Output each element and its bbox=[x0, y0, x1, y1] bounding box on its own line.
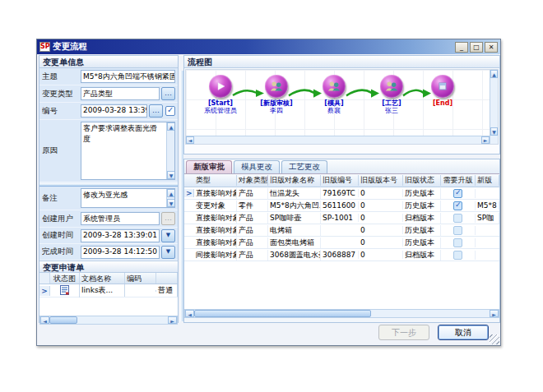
old-name-cell: 恒温龙头 bbox=[268, 188, 321, 199]
column-code[interactable]: 编码 bbox=[125, 273, 156, 284]
obj-type-cell: 产品 bbox=[237, 225, 268, 236]
needs-upgrade-checkbox[interactable] bbox=[453, 238, 462, 247]
people-node-icon[interactable] bbox=[380, 75, 403, 98]
scroll-right-icon[interactable]: ► bbox=[168, 316, 177, 324]
column-doc-name[interactable]: 文档名称 bbox=[80, 273, 125, 284]
table-row[interactable]: 直接影响对象 产品 SP咖啡壶 SP-1001 0 归档版本 SP咖 bbox=[184, 212, 499, 224]
column-type[interactable]: 类型 bbox=[194, 175, 237, 186]
resize-grip[interactable] bbox=[490, 334, 499, 344]
needs-upgrade-checkbox[interactable] bbox=[453, 201, 462, 210]
table-row[interactable]: 直接影响对象 产品 电烤箱 0 历史版本 bbox=[184, 224, 499, 237]
flow-chart-area[interactable]: [Start] 系统管理员 [新版审核] 李四 [模 bbox=[185, 69, 499, 145]
creator-label: 创建用户 bbox=[42, 214, 81, 224]
flow-node-mold[interactable]: [模具] 蔡襄 bbox=[308, 75, 360, 114]
flow-panel-header: 流程图 bbox=[184, 56, 499, 68]
document-icon bbox=[50, 284, 80, 297]
flow-vscrollbar[interactable]: ▲ ▼ bbox=[490, 70, 498, 144]
scroll-right-icon[interactable]: ► bbox=[481, 136, 490, 144]
old-ver-cell: 0 bbox=[359, 189, 403, 197]
column-old-status[interactable]: 旧版状态 bbox=[403, 175, 441, 186]
number-checkbox[interactable] bbox=[165, 106, 175, 116]
column-old-ver[interactable]: 旧版版本号 bbox=[359, 175, 403, 186]
reason-scrollbar[interactable]: ▲ ▼ bbox=[166, 122, 174, 179]
column-need-upgrade[interactable]: 需要升版 bbox=[441, 175, 476, 186]
people-node-icon[interactable] bbox=[323, 75, 346, 98]
number-picker-button[interactable]: … bbox=[149, 104, 163, 118]
minimize-button[interactable]: _ bbox=[455, 42, 468, 53]
scroll-up-icon[interactable]: ▲ bbox=[167, 189, 175, 197]
people-node-icon[interactable] bbox=[265, 75, 288, 98]
approval-table-hscrollbar[interactable]: ◄ ► bbox=[184, 309, 499, 318]
request-table-hscrollbar[interactable]: ◄ ► bbox=[39, 316, 178, 325]
old-ver-cell: 0 bbox=[359, 238, 403, 247]
tab-new-version-approval[interactable]: 新版审批 bbox=[186, 160, 232, 173]
number-row: 编号 2009-03-28 13:39:01 … bbox=[39, 103, 178, 120]
subject-label: 主题 bbox=[42, 71, 81, 82]
column-new-version[interactable]: 新版 bbox=[476, 175, 499, 186]
reason-label: 原因 bbox=[42, 145, 81, 156]
obj-type-cell: 产品 bbox=[237, 250, 268, 261]
close-button[interactable]: ✕ bbox=[485, 42, 498, 53]
change-type-input[interactable]: 产品类型 bbox=[81, 87, 160, 100]
table-row[interactable]: 间接影响对象 产品 3068圆盖电水壶 3068887 0 归档版本 bbox=[184, 249, 499, 261]
remarks-scrollbar[interactable]: ▲ ▼ bbox=[166, 189, 174, 207]
row-selector: > bbox=[39, 286, 50, 296]
scroll-left-icon[interactable]: ◄ bbox=[185, 310, 194, 317]
reason-textarea[interactable]: 客户要求调整表面光滑度 ▲ ▼ bbox=[81, 122, 175, 180]
extra-cell: 普通 bbox=[156, 284, 178, 297]
change-type-picker-button[interactable]: … bbox=[161, 87, 175, 100]
doc-name-cell: links表... bbox=[80, 284, 125, 297]
create-time-input[interactable]: 2009-3-28 13:39:01 bbox=[81, 229, 160, 242]
scrollbar-thumb[interactable] bbox=[49, 316, 77, 324]
table-empty-area bbox=[39, 297, 178, 316]
table-row[interactable]: > 直接影响对象 产品 恒温龙头 79169TC 0 历史版本 bbox=[184, 187, 499, 200]
start-node-icon[interactable] bbox=[209, 75, 232, 98]
needs-upgrade-checkbox[interactable] bbox=[453, 189, 462, 198]
scroll-down-icon[interactable]: ▼ bbox=[490, 127, 498, 136]
remarks-row: 备注 修改为亚光感 ▲ ▼ bbox=[39, 187, 178, 210]
table-row[interactable]: > links表... 普通 bbox=[39, 284, 178, 297]
scroll-right-icon[interactable]: ► bbox=[490, 310, 499, 317]
node-step-label: [End] bbox=[416, 99, 469, 107]
flow-hscrollbar[interactable]: ◄ ► bbox=[186, 136, 490, 144]
table-row[interactable]: 直接影响对象 产品 面包类电烤箱 0 历史版本 bbox=[184, 237, 499, 249]
scroll-left-icon[interactable]: ◄ bbox=[186, 136, 194, 144]
column-old-name[interactable]: 旧版对象名称 bbox=[268, 175, 321, 186]
node-step-label: [Start] bbox=[194, 99, 247, 107]
scroll-left-icon[interactable]: ◄ bbox=[40, 316, 49, 324]
tab-mold-change[interactable]: 模具更改 bbox=[234, 160, 280, 173]
needs-upgrade-checkbox[interactable] bbox=[453, 251, 462, 260]
scroll-down-icon[interactable]: ▼ bbox=[167, 199, 175, 207]
column-status-icon[interactable]: 状态图 bbox=[50, 273, 80, 284]
subject-row: 主题 M5*8内六角凹端不锈钢紧固螺钉 bbox=[39, 68, 178, 85]
scroll-up-icon[interactable]: ▲ bbox=[167, 122, 175, 131]
remarks-label: 备注 bbox=[42, 193, 81, 204]
needs-upgrade-checkbox[interactable] bbox=[453, 214, 462, 223]
next-button: 下一步 bbox=[378, 325, 429, 340]
number-input[interactable]: 2009-03-28 13:39:01 bbox=[81, 104, 147, 118]
creator-input[interactable]: 系统管理员 bbox=[81, 212, 160, 225]
tab-craft-change[interactable]: 工艺更改 bbox=[281, 160, 327, 173]
new-name-cell: M5*8 bbox=[476, 201, 499, 210]
flow-node-end[interactable]: [End] bbox=[416, 75, 469, 107]
scrollbar-thumb[interactable] bbox=[194, 310, 371, 317]
flow-node-start[interactable]: [Start] 系统管理员 bbox=[194, 75, 247, 114]
end-node-icon[interactable] bbox=[431, 75, 454, 98]
flow-node-craft[interactable]: [工艺] 张三 bbox=[365, 75, 418, 114]
needs-upgrade-checkbox[interactable] bbox=[453, 226, 462, 235]
remarks-textarea[interactable]: 修改为亚光感 ▲ ▼ bbox=[81, 188, 175, 208]
maximize-button[interactable]: □ bbox=[470, 42, 483, 53]
finish-time-input[interactable]: 2009-3-28 14:12:50 bbox=[81, 246, 160, 259]
column-old-no[interactable]: 旧版编号 bbox=[321, 175, 359, 186]
type-cell: 变更对象 bbox=[194, 201, 237, 211]
finish-time-dropdown-icon[interactable]: ▼ bbox=[161, 246, 175, 259]
create-time-dropdown-icon[interactable]: ▼ bbox=[161, 229, 175, 242]
cancel-button[interactable]: 取消 bbox=[438, 325, 489, 340]
table-row[interactable]: 变更对象 零件 M5*8内六角凹... 5611600 0 历史版本 M5*8 bbox=[184, 200, 499, 212]
scroll-down-icon[interactable]: ▼ bbox=[167, 171, 175, 179]
subject-input[interactable]: M5*8内六角凹端不锈钢紧固螺钉 bbox=[81, 70, 175, 83]
flow-node-review[interactable]: [新版审核] 李四 bbox=[250, 75, 303, 114]
titlebar[interactable]: SP 变更流程 _ □ ✕ bbox=[37, 39, 500, 54]
column-obj-type[interactable]: 对象类型 bbox=[237, 175, 268, 186]
scroll-up-icon[interactable]: ▲ bbox=[490, 70, 498, 78]
